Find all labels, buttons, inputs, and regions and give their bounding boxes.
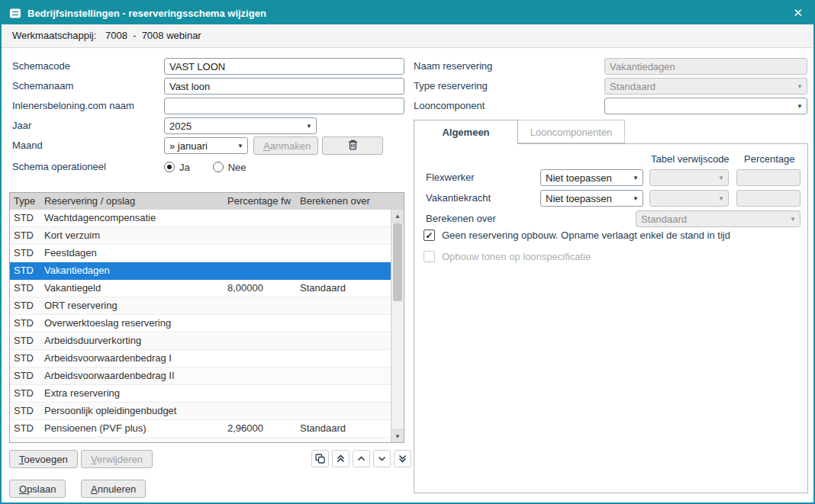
table-cell: STD (10, 297, 40, 314)
table-row[interactable]: STDVakantiegeld8,00000Standaard (10, 280, 391, 297)
inlenersbeloning-input[interactable] (164, 98, 404, 114)
table-cell (296, 368, 391, 384)
close-icon[interactable]: ✕ (790, 6, 806, 20)
vakantiekracht-value: Niet toepassen (546, 193, 612, 204)
table-cell (224, 315, 296, 332)
table-cell (224, 385, 296, 402)
chevron-down-icon: ▼ (790, 216, 796, 223)
table-cell (296, 227, 391, 244)
berekenen-over-label: Berekenen over (426, 210, 496, 227)
checkbox-show-payslip: ✓ (424, 251, 435, 262)
table-row[interactable]: STDPersoonlijk opleidingenbudget (10, 403, 391, 420)
operationeel-label: Schema operationeel (12, 159, 106, 175)
checkbox-no-accrual[interactable]: ✓ (424, 230, 435, 241)
chevron-down-icon: ▼ (237, 143, 243, 149)
window-title: Bedrijfsinstellingen - reserveringsschem… (27, 8, 266, 19)
table-row[interactable]: STDORT reservering (10, 297, 391, 315)
move-bottom-icon[interactable] (394, 450, 411, 467)
table-cell (224, 227, 296, 244)
opslaan-button[interactable]: Opslaan (9, 480, 66, 498)
check-no-accrual-row: ✓ Geen reservering opbouw. Opname verlaa… (424, 230, 730, 241)
chevron-down-icon: ▼ (797, 83, 803, 90)
schemanaam-input[interactable] (164, 78, 404, 95)
scroll-up-icon[interactable]: ▲ (391, 210, 404, 223)
main-area: Schemacode Schemanaam Inlenersbeloning.c… (2, 49, 813, 502)
table-cell (296, 297, 391, 314)
table-row[interactable]: STDExtra reservering (10, 385, 391, 403)
jaar-select[interactable]: 2025 ▼ (164, 117, 317, 134)
radio-nee[interactable]: Nee (213, 162, 246, 173)
table-row[interactable]: STDVakantiedagen (10, 262, 391, 280)
radio-ja[interactable]: Ja (164, 162, 190, 173)
vakantiekracht-select[interactable]: Niet toepassen ▼ (540, 190, 643, 207)
table-cell (296, 245, 391, 262)
radio-icon (164, 162, 175, 172)
table-cell (296, 315, 391, 332)
table-row[interactable]: STDArbeidsduurverkorting (10, 332, 391, 350)
chevron-down-icon: ▼ (718, 175, 724, 181)
table-cell: STD (10, 420, 40, 437)
table-row[interactable]: STDPensioenen (PVF basis)2,96000Standaar… (10, 438, 391, 442)
move-up-icon[interactable] (353, 450, 370, 467)
company-label: Werkmaatschappij: (12, 30, 96, 41)
jaar-label: Jaar (12, 117, 31, 134)
move-top-icon[interactable] (332, 450, 350, 467)
table-cell (296, 403, 391, 419)
scroll-down-icon[interactable]: ▼ (391, 429, 404, 442)
reservation-table-body: STDWachtdagencompensatieSTDKort verzuimS… (10, 210, 391, 442)
table-cell: Vakantiedagen (40, 262, 224, 279)
table-row[interactable]: STDArbeidsvoorwaardenbedrag II (10, 368, 391, 385)
check-icon: ✓ (425, 231, 433, 240)
flexwerker-tabel-select: ▼ (649, 169, 729, 186)
tab-algemeen[interactable]: Algemeen (414, 120, 518, 144)
table-cell: Kort verzuim (40, 227, 224, 244)
table-cell: STD (10, 262, 40, 279)
form-icon (9, 8, 21, 19)
flexwerker-percentage-input (736, 169, 801, 186)
table-cell: STD (10, 350, 40, 367)
table-scrollbar[interactable]: ▲ ▼ (391, 210, 404, 442)
toevoegen-button[interactable]: Toevoegen (9, 450, 78, 468)
looncomponent-select[interactable]: ▼ (604, 98, 807, 114)
type-reservering-label: Type reservering (414, 78, 488, 95)
maand-select[interactable]: » januari ▼ (164, 137, 248, 154)
table-row[interactable]: STDWachtdagencompensatie (10, 210, 391, 227)
row-move-toolbar (311, 450, 411, 467)
copy-icon[interactable] (311, 450, 329, 467)
table-cell (224, 297, 296, 314)
table-cell: 8,00000 (224, 280, 296, 297)
table-cell (224, 210, 296, 226)
table-row[interactable]: STDFeestdagen (10, 245, 391, 262)
annuleren-button[interactable]: Annuleren (81, 480, 146, 498)
table-row[interactable]: STDKort verzuim (10, 227, 391, 245)
table-cell: 2,96000 (224, 438, 296, 442)
tab-looncomponenten[interactable]: Looncomponenten (518, 120, 625, 143)
schemacode-label: Schemacode (12, 58, 70, 75)
check-show-payslip-label: Opbouw tonen op loonspecificatie (442, 251, 591, 262)
move-down-icon[interactable] (373, 450, 391, 467)
col-tabel-verwijscode: Tabel verwijscode (651, 153, 730, 165)
table-row[interactable]: STDPensioenen (PVF plus)2,96000Standaard (10, 420, 391, 438)
table-cell: Arbeidsvoorwaardenbedrag II (40, 368, 224, 384)
col-percentage: Percentage (744, 153, 795, 165)
vakantiekracht-percentage-input (736, 190, 801, 207)
table-cell: STD (10, 245, 40, 262)
table-cell: STD (10, 280, 40, 297)
table-cell: STD (10, 385, 40, 402)
schemacode-input[interactable] (164, 58, 404, 75)
radio-icon (213, 162, 224, 172)
jaar-value: 2025 (169, 120, 192, 132)
table-cell: Standaard (296, 438, 391, 442)
scroll-thumb[interactable] (393, 223, 402, 301)
chevron-down-icon: ▼ (718, 195, 724, 202)
flexwerker-select[interactable]: Niet toepassen ▼ (540, 169, 643, 186)
delete-month-button[interactable] (322, 136, 383, 155)
chevron-down-icon: ▼ (633, 175, 639, 181)
table-row[interactable]: STDOverwerktoeslag reservering (10, 315, 391, 332)
table-row[interactable]: STDArbeidsvoorwaardenbedrag I (10, 350, 391, 368)
maand-value: » januari (169, 140, 208, 152)
table-cell: Arbeidsvoorwaardenbedrag I (40, 350, 224, 367)
table-header-row: Type Reservering / opslag Percentage fw … (10, 193, 404, 210)
vakantiekracht-label: Vakantiekracht (426, 190, 491, 207)
dialog-reserveringsschema: Bedrijfsinstellingen - reserveringsschem… (0, 0, 815, 504)
